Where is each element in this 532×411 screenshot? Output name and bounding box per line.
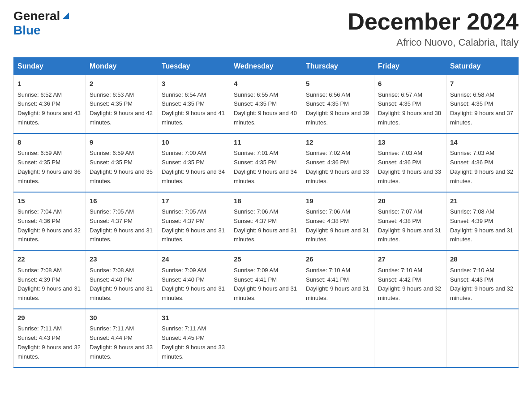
day-number: 12 (306, 137, 370, 148)
col-header-saturday: Saturday (446, 58, 519, 75)
day-info: Sunrise: 7:00 AMSunset: 4:35 PMDaylight:… (162, 149, 226, 186)
week-row-4: 22Sunrise: 7:08 AMSunset: 4:39 PMDayligh… (14, 250, 519, 309)
day-number: 23 (90, 254, 154, 265)
day-info: Sunrise: 6:54 AMSunset: 4:35 PMDaylight:… (162, 90, 226, 128)
title-area: December 2024 Africo Nuovo, Calabria, It… (348, 9, 519, 48)
week-row-3: 15Sunrise: 7:04 AMSunset: 4:36 PMDayligh… (14, 192, 519, 251)
day-cell: 27Sunrise: 7:10 AMSunset: 4:42 PMDayligh… (374, 250, 446, 309)
day-info: Sunrise: 6:58 AMSunset: 4:35 PMDaylight:… (450, 90, 515, 128)
day-cell: 16Sunrise: 7:05 AMSunset: 4:37 PMDayligh… (86, 192, 158, 251)
day-info: Sunrise: 7:11 AMSunset: 4:45 PMDaylight:… (162, 324, 226, 361)
day-info: Sunrise: 6:56 AMSunset: 4:35 PMDaylight:… (306, 90, 370, 128)
day-info: Sunrise: 7:09 AMSunset: 4:41 PMDaylight:… (234, 266, 298, 303)
logo-general-text: General (13, 9, 60, 23)
day-cell: 18Sunrise: 7:06 AMSunset: 4:37 PMDayligh… (230, 192, 302, 251)
col-header-tuesday: Tuesday (158, 58, 230, 75)
calendar-header-row: SundayMondayTuesdayWednesdayThursdayFrid… (14, 58, 519, 75)
col-header-friday: Friday (374, 58, 446, 75)
day-cell: 14Sunrise: 7:03 AMSunset: 4:36 PMDayligh… (446, 133, 519, 192)
day-info: Sunrise: 6:55 AMSunset: 4:35 PMDaylight:… (234, 90, 298, 128)
day-cell (446, 309, 519, 368)
day-info: Sunrise: 7:10 AMSunset: 4:41 PMDaylight:… (306, 266, 370, 303)
day-cell: 2Sunrise: 6:53 AMSunset: 4:35 PMDaylight… (86, 75, 158, 133)
day-info: Sunrise: 7:10 AMSunset: 4:42 PMDaylight:… (378, 266, 442, 303)
day-info: Sunrise: 7:10 AMSunset: 4:43 PMDaylight:… (450, 266, 515, 303)
day-cell: 30Sunrise: 7:11 AMSunset: 4:44 PMDayligh… (86, 309, 158, 368)
day-cell: 29Sunrise: 7:11 AMSunset: 4:43 PMDayligh… (14, 309, 86, 368)
day-info: Sunrise: 7:02 AMSunset: 4:36 PMDaylight:… (306, 149, 370, 186)
day-number: 27 (378, 254, 442, 265)
day-number: 31 (162, 313, 226, 323)
day-number: 22 (17, 254, 82, 265)
day-info: Sunrise: 7:08 AMSunset: 4:39 PMDaylight:… (17, 266, 82, 303)
day-info: Sunrise: 6:52 AMSunset: 4:36 PMDaylight:… (17, 90, 82, 128)
month-title: December 2024 (348, 9, 519, 34)
calendar-table: SundayMondayTuesdayWednesdayThursdayFrid… (13, 57, 519, 368)
day-cell (230, 309, 302, 368)
day-info: Sunrise: 7:06 AMSunset: 4:37 PMDaylight:… (234, 207, 298, 244)
day-cell: 10Sunrise: 7:00 AMSunset: 4:35 PMDayligh… (158, 133, 230, 192)
day-info: Sunrise: 7:08 AMSunset: 4:39 PMDaylight:… (450, 207, 515, 244)
page-header: General Blue December 2024 Africo Nuovo,… (13, 9, 519, 48)
day-cell: 21Sunrise: 7:08 AMSunset: 4:39 PMDayligh… (446, 192, 519, 251)
col-header-monday: Monday (86, 58, 158, 75)
day-number: 14 (450, 137, 515, 148)
day-info: Sunrise: 7:05 AMSunset: 4:37 PMDaylight:… (90, 207, 154, 244)
day-number: 17 (162, 196, 226, 206)
day-number: 15 (17, 196, 82, 206)
day-number: 3 (162, 79, 226, 89)
day-number: 9 (90, 137, 154, 148)
day-info: Sunrise: 7:03 AMSunset: 4:36 PMDaylight:… (450, 149, 515, 186)
day-info: Sunrise: 7:03 AMSunset: 4:36 PMDaylight:… (378, 149, 442, 186)
day-cell: 12Sunrise: 7:02 AMSunset: 4:36 PMDayligh… (302, 133, 374, 192)
day-number: 10 (162, 137, 226, 148)
week-row-5: 29Sunrise: 7:11 AMSunset: 4:43 PMDayligh… (14, 309, 519, 368)
day-cell: 28Sunrise: 7:10 AMSunset: 4:43 PMDayligh… (446, 250, 519, 309)
day-cell: 25Sunrise: 7:09 AMSunset: 4:41 PMDayligh… (230, 250, 302, 309)
day-cell: 9Sunrise: 6:59 AMSunset: 4:35 PMDaylight… (86, 133, 158, 192)
logo-triangle-icon (61, 11, 71, 20)
day-cell: 13Sunrise: 7:03 AMSunset: 4:36 PMDayligh… (374, 133, 446, 192)
day-info: Sunrise: 7:11 AMSunset: 4:43 PMDaylight:… (17, 324, 82, 361)
day-cell: 3Sunrise: 6:54 AMSunset: 4:35 PMDaylight… (158, 75, 230, 133)
day-number: 21 (450, 196, 515, 206)
day-info: Sunrise: 7:06 AMSunset: 4:38 PMDaylight:… (306, 207, 370, 244)
location-subtitle: Africo Nuovo, Calabria, Italy (348, 37, 519, 48)
day-cell: 17Sunrise: 7:05 AMSunset: 4:37 PMDayligh… (158, 192, 230, 251)
day-info: Sunrise: 6:59 AMSunset: 4:35 PMDaylight:… (17, 149, 82, 186)
day-cell: 31Sunrise: 7:11 AMSunset: 4:45 PMDayligh… (158, 309, 230, 368)
day-number: 2 (90, 79, 154, 89)
day-cell: 23Sunrise: 7:08 AMSunset: 4:40 PMDayligh… (86, 250, 158, 309)
day-cell: 4Sunrise: 6:55 AMSunset: 4:35 PMDaylight… (230, 75, 302, 133)
day-number: 8 (17, 137, 82, 148)
week-row-1: 1Sunrise: 6:52 AMSunset: 4:36 PMDaylight… (14, 75, 519, 133)
col-header-wednesday: Wednesday (230, 58, 302, 75)
day-number: 4 (234, 79, 298, 89)
day-number: 24 (162, 254, 226, 265)
day-number: 19 (306, 196, 370, 206)
day-info: Sunrise: 7:01 AMSunset: 4:35 PMDaylight:… (234, 149, 298, 186)
day-number: 5 (306, 79, 370, 89)
day-cell: 8Sunrise: 6:59 AMSunset: 4:35 PMDaylight… (14, 133, 86, 192)
day-cell: 7Sunrise: 6:58 AMSunset: 4:35 PMDaylight… (446, 75, 519, 133)
day-info: Sunrise: 7:07 AMSunset: 4:38 PMDaylight:… (378, 207, 442, 244)
day-cell: 15Sunrise: 7:04 AMSunset: 4:36 PMDayligh… (14, 192, 86, 251)
day-cell (302, 309, 374, 368)
day-cell (374, 309, 446, 368)
day-number: 11 (234, 137, 298, 148)
day-cell: 1Sunrise: 6:52 AMSunset: 4:36 PMDaylight… (14, 75, 86, 133)
col-header-thursday: Thursday (302, 58, 374, 75)
day-number: 28 (450, 254, 515, 265)
week-row-2: 8Sunrise: 6:59 AMSunset: 4:35 PMDaylight… (14, 133, 519, 192)
day-number: 6 (378, 79, 442, 89)
day-number: 1 (17, 79, 82, 89)
day-cell: 20Sunrise: 7:07 AMSunset: 4:38 PMDayligh… (374, 192, 446, 251)
day-cell: 5Sunrise: 6:56 AMSunset: 4:35 PMDaylight… (302, 75, 374, 133)
logo-blue-text: Blue (13, 23, 41, 37)
day-cell: 11Sunrise: 7:01 AMSunset: 4:35 PMDayligh… (230, 133, 302, 192)
day-cell: 26Sunrise: 7:10 AMSunset: 4:41 PMDayligh… (302, 250, 374, 309)
day-cell: 24Sunrise: 7:09 AMSunset: 4:40 PMDayligh… (158, 250, 230, 309)
day-info: Sunrise: 6:59 AMSunset: 4:35 PMDaylight:… (90, 149, 154, 186)
day-number: 30 (90, 313, 154, 323)
day-number: 26 (306, 254, 370, 265)
